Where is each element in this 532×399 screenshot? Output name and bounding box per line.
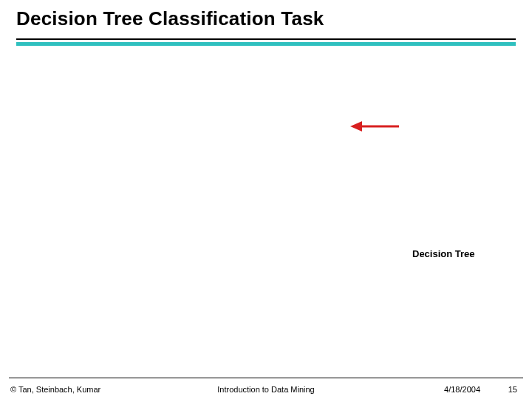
footer: © Tan, Steinbach, Kumar Introduction to … [0,381,532,395]
title-underline [16,38,516,46]
arrow-left-icon [349,118,400,134]
slide: Decision Tree Classification Task Decisi… [0,0,532,399]
footer-divider [9,378,523,378]
footer-page-number: 15 [508,385,517,394]
rule-teal [16,42,516,46]
svg-marker-1 [350,121,362,132]
footer-date: 4/18/2004 [444,385,480,394]
rule-black [16,38,516,40]
decision-tree-caption: Decision Tree [412,248,486,260]
slide-title: Decision Tree Classification Task [16,7,324,30]
